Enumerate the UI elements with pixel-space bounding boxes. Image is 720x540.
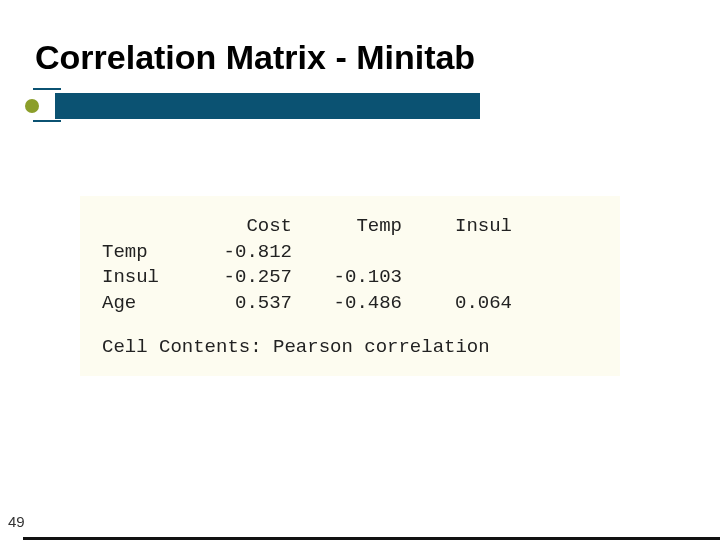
title-ornament [0, 88, 720, 122]
table-row: Temp -0.812 [102, 240, 598, 266]
table-row: Insul -0.257 -0.103 [102, 265, 598, 291]
slide: Correlation Matrix - Minitab Cost Temp I… [0, 0, 720, 540]
header-row: Cost Temp Insul [102, 214, 598, 240]
cell: -0.103 [292, 265, 402, 291]
cell: 0.537 [182, 291, 292, 317]
ornament-line-bot [33, 120, 61, 122]
col-header: Insul [402, 214, 512, 240]
cell [292, 240, 402, 266]
ornament-line-top [33, 88, 61, 90]
minitab-output: Cost Temp Insul Temp -0.812 Insul -0.257… [80, 196, 620, 376]
col-header: Temp [292, 214, 402, 240]
row-label: Age [102, 291, 182, 317]
table-row: Age 0.537 -0.486 0.064 [102, 291, 598, 317]
cell [402, 265, 512, 291]
cell: -0.257 [182, 265, 292, 291]
header-blank [102, 214, 182, 240]
page-number: 49 [8, 513, 25, 530]
slide-title: Correlation Matrix - Minitab [35, 38, 475, 77]
cell: -0.486 [292, 291, 402, 317]
cell: -0.812 [182, 240, 292, 266]
ornament-bar [55, 93, 480, 119]
cell: 0.064 [402, 291, 512, 317]
cell-contents-note: Cell Contents: Pearson correlation [102, 335, 598, 361]
row-label: Insul [102, 265, 182, 291]
cell [402, 240, 512, 266]
ornament-dot-icon [25, 99, 39, 113]
col-header: Cost [182, 214, 292, 240]
row-label: Temp [102, 240, 182, 266]
